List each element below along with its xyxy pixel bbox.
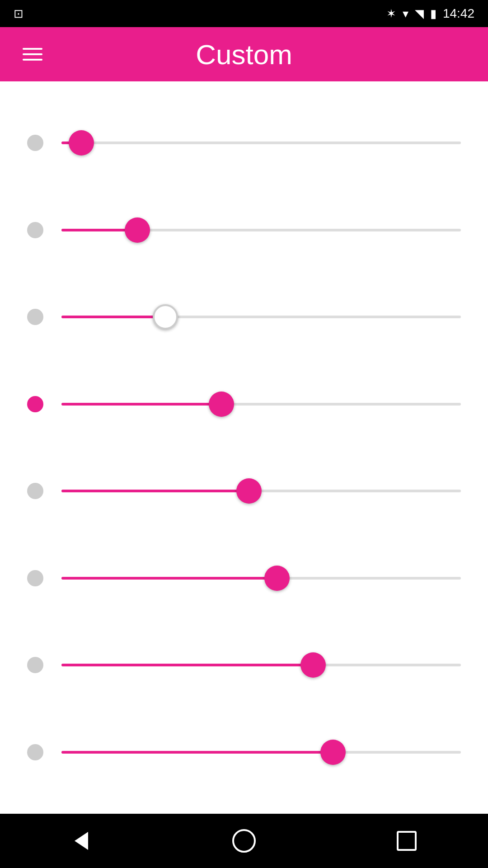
slider-thumb-5[interactable] [236,478,262,504]
bluetooth-icon: ✶ [386,7,396,21]
slider-thumb-4[interactable] [209,392,234,417]
nav-bar [0,814,488,868]
slider-2[interactable] [61,217,461,244]
recents-button[interactable] [389,823,425,859]
slider-left-dot-2[interactable] [27,222,43,238]
slider-3[interactable] [61,303,461,330]
slider-track-fill-7 [61,664,313,666]
wifi-icon: ▾ [403,7,408,21]
status-bar: ⊡ ✶ ▾ ◥ ▮ 14:42 [0,0,488,27]
slider-track-fill-6 [61,577,277,580]
slider-left-dot-3[interactable] [27,309,43,325]
slider-row-6 [27,556,461,601]
slider-row-4 [27,382,461,427]
menu-line-1 [23,48,42,50]
slider-thumb-8[interactable] [320,740,346,765]
slider-1[interactable] [61,129,461,156]
slider-7[interactable] [61,651,461,679]
status-time: 14:42 [443,6,474,21]
recents-square [397,831,417,851]
slider-6[interactable] [61,565,461,592]
sliders-container [0,81,488,814]
slider-thumb-3[interactable] [153,304,178,330]
slider-5[interactable] [61,477,461,505]
home-circle [232,829,256,853]
status-bar-left: ⊡ [14,7,23,21]
slider-row-7 [27,642,461,688]
slider-left-dot-4[interactable] [27,396,43,412]
slider-track-fill-8 [61,751,333,754]
slider-4[interactable] [61,391,461,418]
status-bar-right: ✶ ▾ ◥ ▮ 14:42 [386,6,474,21]
slider-row-2 [27,208,461,253]
slider-thumb-6[interactable] [264,566,290,591]
svg-marker-0 [75,832,88,850]
slider-track-fill-5 [61,490,249,492]
menu-line-2 [23,53,42,55]
slider-thumb-1[interactable] [69,130,94,156]
slider-row-1 [27,120,461,165]
slider-thumb-2[interactable] [125,217,150,243]
slider-left-dot-7[interactable] [27,657,43,673]
slider-left-dot-1[interactable] [27,135,43,151]
slider-row-8 [27,730,461,775]
battery-icon: ▮ [430,7,436,21]
photo-icon: ⊡ [14,7,23,21]
back-button[interactable] [63,823,99,859]
slider-row-5 [27,468,461,514]
slider-left-dot-8[interactable] [27,744,43,760]
slider-track-bg-1 [61,142,461,144]
signal-icon: ◥ [415,7,424,21]
slider-left-dot-5[interactable] [27,483,43,499]
toolbar: Custom [0,27,488,81]
menu-line-3 [23,59,42,61]
menu-button[interactable] [18,43,47,65]
slider-row-3 [27,294,461,340]
home-button[interactable] [226,823,262,859]
page-title: Custom [47,38,441,71]
slider-thumb-7[interactable] [300,652,326,678]
slider-track-fill-3 [61,316,165,318]
slider-track-fill-4 [61,403,221,406]
slider-left-dot-6[interactable] [27,570,43,586]
slider-8[interactable] [61,739,461,766]
